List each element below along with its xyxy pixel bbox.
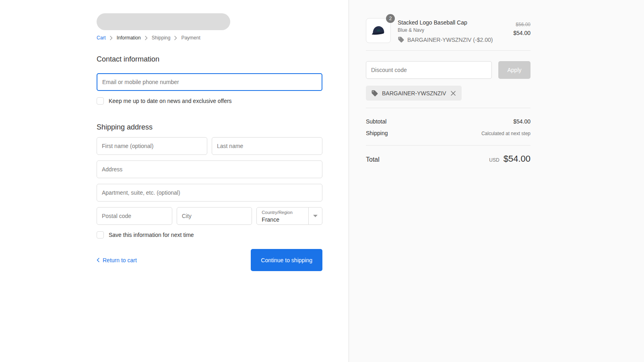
apply-discount-button[interactable]: Apply [498, 61, 530, 79]
address-input[interactable] [97, 160, 322, 178]
product-discount-tag: BARGAINER-YWSZNZIV (-$2.00) [407, 37, 493, 43]
divider [366, 50, 530, 51]
chevron-right-icon [110, 36, 113, 40]
return-to-cart-label: Return to cart [103, 257, 137, 263]
country-select-value: France [262, 216, 308, 224]
save-info-checkbox-row[interactable]: Save this information for next time [97, 231, 322, 239]
postal-code-input[interactable] [97, 207, 172, 225]
email-input[interactable] [97, 73, 322, 91]
chevron-down-icon [308, 208, 322, 224]
subtotal-value: $54.00 [513, 118, 530, 125]
shipping-value: Calculated at next step [481, 131, 530, 136]
quantity-badge: 2 [386, 14, 395, 23]
product-thumbnail: 2 [366, 18, 391, 43]
discount-code-input[interactable] [366, 61, 492, 79]
city-input[interactable] [177, 207, 252, 225]
baseball-cap-image [369, 21, 388, 40]
product-price: $54.00 [513, 30, 530, 36]
chevron-right-icon [145, 36, 148, 40]
country-select-label: Country/Region [262, 210, 308, 216]
tag-icon [398, 36, 405, 43]
close-icon [451, 91, 456, 96]
tag-icon [371, 90, 378, 97]
divider [366, 108, 530, 108]
save-info-checkbox[interactable] [97, 231, 104, 239]
newsletter-checkbox[interactable] [97, 97, 104, 105]
total-value: $54.00 [504, 154, 530, 164]
currency-code: USD [489, 157, 499, 163]
contact-heading: Contact information [97, 55, 322, 64]
return-to-cart-link[interactable]: Return to cart [97, 257, 137, 263]
subtotal-row: Subtotal $54.00 [366, 118, 530, 125]
product-original-price: $56.00 [513, 22, 530, 27]
shipping-row: Shipping Calculated at next step [366, 130, 530, 136]
first-name-input[interactable] [97, 137, 207, 155]
order-summary-sidebar: 2 Stacked Logo Baseball Cap Blue & Navy … [349, 0, 644, 362]
discount-form: Apply [366, 61, 530, 79]
continue-to-shipping-button[interactable]: Continue to shipping [251, 249, 322, 271]
locality-row: Country/Region France [97, 207, 322, 225]
subtotal-label: Subtotal [366, 118, 386, 125]
form-actions: Return to cart Continue to shipping [97, 249, 322, 271]
checkout-main: Cart Information Shipping Payment Contac… [0, 0, 349, 362]
applied-discount-code: BARGAINER-YWSZNZIV [382, 90, 446, 97]
breadcrumb-cart[interactable]: Cart [97, 35, 106, 41]
name-row [97, 137, 322, 155]
product-variant: Blue & Navy [398, 27, 509, 33]
remove-discount-button[interactable] [450, 90, 456, 97]
shipping-heading: Shipping address [97, 123, 322, 132]
shipping-label: Shipping [366, 130, 388, 136]
last-name-input[interactable] [212, 137, 322, 155]
chevron-right-icon [174, 36, 177, 40]
apartment-input[interactable] [97, 184, 322, 202]
newsletter-checkbox-row[interactable]: Keep me up to date on news and exclusive… [97, 97, 322, 105]
newsletter-label: Keep me up to date on news and exclusive… [109, 98, 232, 104]
breadcrumb-shipping: Shipping [152, 35, 171, 41]
breadcrumb: Cart Information Shipping Payment [97, 35, 322, 41]
breadcrumb-information: Information [117, 35, 141, 41]
total-row: Total USD $54.00 [366, 154, 530, 164]
applied-discount-chip: BARGAINER-YWSZNZIV [366, 86, 462, 101]
country-select[interactable]: Country/Region France [256, 207, 322, 225]
total-label: Total [366, 156, 380, 163]
save-info-label: Save this information for next time [109, 232, 194, 238]
totals-section: Subtotal $54.00 Shipping Calculated at n… [366, 118, 530, 136]
store-logo-placeholder [97, 13, 230, 30]
order-item: 2 Stacked Logo Baseball Cap Blue & Navy … [366, 18, 530, 43]
breadcrumb-payment: Payment [181, 35, 200, 41]
product-title: Stacked Logo Baseball Cap [398, 19, 509, 26]
divider [366, 145, 530, 146]
chevron-left-icon [97, 258, 99, 262]
